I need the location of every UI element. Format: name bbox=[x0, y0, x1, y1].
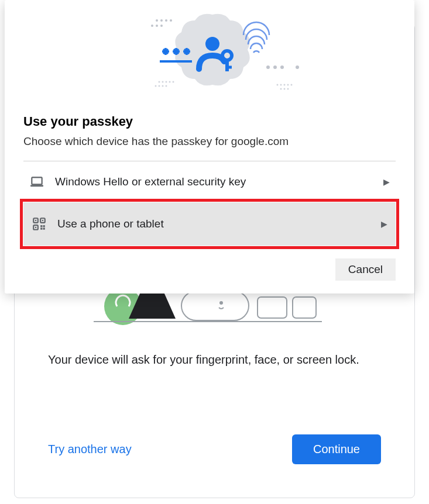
svg-point-12 bbox=[160, 25, 163, 27]
svg-point-2 bbox=[219, 301, 223, 305]
svg-point-14 bbox=[273, 65, 277, 69]
qr-icon bbox=[32, 216, 47, 232]
svg-point-32 bbox=[284, 88, 286, 90]
svg-point-11 bbox=[156, 25, 158, 27]
svg-point-17 bbox=[159, 81, 160, 83]
svg-point-8 bbox=[165, 19, 167, 22]
svg-point-29 bbox=[287, 84, 289, 86]
modal-title: Use your passkey bbox=[23, 114, 396, 129]
continue-button[interactable]: Continue bbox=[292, 434, 381, 464]
cancel-button[interactable]: Cancel bbox=[335, 258, 396, 281]
svg-point-13 bbox=[266, 65, 270, 69]
svg-point-16 bbox=[296, 65, 299, 69]
chevron-right-icon: ▶ bbox=[383, 177, 390, 187]
svg-point-7 bbox=[160, 19, 163, 22]
svg-point-18 bbox=[162, 81, 164, 83]
option-windows-hello[interactable]: Windows Hello or external security key ▶ bbox=[23, 166, 396, 198]
chevron-right-icon: ▶ bbox=[381, 219, 387, 229]
svg-point-33 bbox=[287, 88, 289, 90]
modal-subtitle: Choose which device has the passkey for … bbox=[23, 135, 396, 148]
svg-point-15 bbox=[280, 65, 284, 69]
svg-rect-62 bbox=[43, 228, 45, 230]
passkey-illustration bbox=[5, 0, 414, 102]
svg-rect-4 bbox=[293, 297, 316, 318]
svg-point-47 bbox=[205, 37, 219, 51]
svg-rect-57 bbox=[42, 220, 43, 221]
svg-point-23 bbox=[159, 85, 160, 87]
svg-rect-51 bbox=[32, 177, 42, 184]
svg-point-6 bbox=[156, 19, 158, 22]
svg-point-30 bbox=[291, 84, 293, 86]
svg-point-19 bbox=[166, 81, 167, 83]
try-another-way-link[interactable]: Try another way bbox=[48, 443, 132, 456]
svg-point-26 bbox=[277, 84, 279, 86]
option-phone-tablet-highlight: Use a phone or tablet ▶ bbox=[23, 202, 396, 246]
option-label: Use a phone or tablet bbox=[57, 218, 381, 230]
background-description: Your device will ask for your fingerprin… bbox=[48, 351, 381, 368]
svg-rect-56 bbox=[35, 220, 36, 221]
passkey-device-modal: Use your passkey Choose which device has… bbox=[5, 0, 414, 294]
svg-rect-61 bbox=[40, 228, 42, 230]
svg-rect-3 bbox=[258, 297, 287, 318]
svg-point-20 bbox=[169, 81, 171, 83]
laptop-icon bbox=[29, 174, 44, 189]
svg-rect-59 bbox=[40, 225, 42, 227]
svg-point-28 bbox=[284, 84, 286, 86]
divider bbox=[23, 161, 396, 161]
svg-rect-60 bbox=[43, 225, 45, 227]
svg-rect-52 bbox=[30, 185, 43, 187]
svg-point-27 bbox=[280, 84, 282, 86]
svg-point-25 bbox=[166, 85, 167, 87]
svg-rect-58 bbox=[35, 227, 36, 228]
svg-point-21 bbox=[173, 81, 174, 83]
option-label: Windows Hello or external security key bbox=[55, 175, 383, 188]
option-phone-tablet[interactable]: Use a phone or tablet ▶ bbox=[23, 202, 396, 246]
svg-point-22 bbox=[155, 85, 157, 87]
svg-point-10 bbox=[151, 25, 153, 27]
svg-point-24 bbox=[162, 85, 164, 87]
svg-point-31 bbox=[280, 88, 282, 90]
svg-point-9 bbox=[170, 19, 172, 22]
background-footer: Try another way Continue bbox=[48, 434, 381, 464]
svg-rect-1 bbox=[181, 291, 249, 320]
